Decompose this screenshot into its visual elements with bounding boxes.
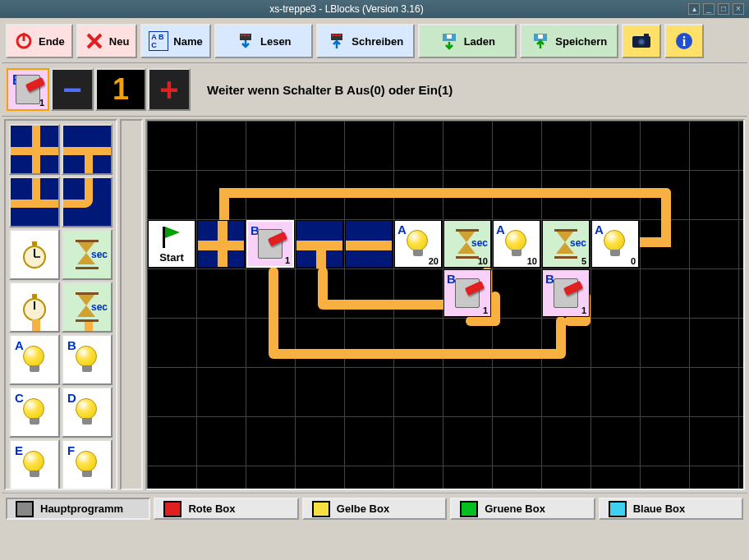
lamp-e-tile[interactable]: E <box>9 439 60 490</box>
block-palette: sec sec A B C D <box>4 119 117 490</box>
param-switch-tile[interactable]: B 1 <box>7 68 49 111</box>
schreiben-button[interactable]: Schreiben <box>316 24 415 58</box>
tab-hauptprogramm[interactable]: Hauptprogramm <box>6 498 150 520</box>
svg-rect-4 <box>244 34 246 36</box>
app-frame: Ende Neu A B C Name Lesen Schreiben Lade… <box>0 18 749 560</box>
cancel-icon <box>85 31 104 51</box>
wire-corner-tile[interactable] <box>62 177 113 227</box>
rollup-icon[interactable]: ▴ <box>688 3 700 15</box>
yellow-square-icon <box>312 501 330 517</box>
bulb-icon <box>23 398 46 426</box>
laden-button[interactable]: Laden <box>418 24 517 58</box>
save-disk-icon <box>531 31 550 51</box>
wire <box>219 188 671 198</box>
flag-icon <box>161 225 182 250</box>
lamp-b-tile[interactable]: B <box>62 334 113 385</box>
canvas-viewport: Start B 1 A <box>145 119 745 490</box>
speichern-button[interactable]: Speichern <box>520 24 618 58</box>
param-switch-corner: 1 <box>39 98 44 108</box>
svg-rect-25 <box>32 294 37 298</box>
timer-5-block[interactable]: sec 5 <box>542 220 590 268</box>
stopwatch-tile[interactable] <box>9 229 60 280</box>
bulb-icon <box>604 230 627 258</box>
start-block[interactable]: Start <box>148 220 195 268</box>
wire-tee-down-tile[interactable] <box>62 124 113 175</box>
power-icon <box>14 31 34 51</box>
lamp-a-0-block[interactable]: A 0 <box>591 220 639 268</box>
wire <box>269 267 278 357</box>
main-toolbar: Ende Neu A B C Name Lesen Schreiben Lade… <box>2 20 747 63</box>
lamp-d-tile[interactable]: D <box>62 387 113 438</box>
svg-rect-7 <box>332 34 334 36</box>
laden-label: Laden <box>464 35 495 48</box>
svg-point-16 <box>639 39 644 44</box>
bulb-icon <box>76 451 99 479</box>
camera-icon <box>632 31 651 51</box>
hourglass-sec-tile[interactable]: sec <box>62 229 113 280</box>
download-chip-icon <box>236 31 255 51</box>
name-button[interactable]: A B C Name <box>140 24 210 58</box>
load-disk-icon <box>439 31 459 51</box>
bulb-icon <box>76 346 99 374</box>
param-plus-button[interactable]: + <box>148 68 191 111</box>
program-canvas[interactable]: Start B 1 A <box>147 121 743 489</box>
work-area: sec sec A B C D <box>2 117 747 493</box>
svg-rect-17 <box>644 34 649 37</box>
close-icon[interactable]: × <box>733 3 744 15</box>
name-label: Name <box>173 35 202 48</box>
maximize-icon[interactable]: □ <box>718 3 729 15</box>
subprogram-tabs: Hauptprogramm Rote Box Gelbe Box Gruene … <box>2 493 747 524</box>
lamp-a-tile[interactable]: A <box>9 334 60 385</box>
screenshot-button[interactable] <box>622 24 661 58</box>
tab-gelbe-box[interactable]: Gelbe Box <box>302 498 447 520</box>
lamp-c-tile[interactable]: C <box>9 387 60 438</box>
start-label: Start <box>159 251 184 264</box>
tab-rote-box[interactable]: Rote Box <box>154 498 298 520</box>
svg-rect-9 <box>338 34 341 36</box>
param-minus-button[interactable]: − <box>51 68 94 111</box>
svg-text:i: i <box>682 34 687 48</box>
stopwatch-icon <box>20 239 49 270</box>
timer-10-block[interactable]: sec 10 <box>443 220 491 268</box>
switch-icon <box>455 278 480 308</box>
switch-b-block-3[interactable]: B 1 <box>542 269 590 317</box>
tab-gruene-box[interactable]: Gruene Box <box>450 498 595 520</box>
lamp-a-20-block[interactable]: A 20 <box>394 220 442 268</box>
upload-chip-icon <box>327 31 347 51</box>
stopwatch-icon <box>20 291 49 323</box>
wire-block[interactable] <box>296 220 343 268</box>
info-button[interactable]: i <box>664 24 704 58</box>
switch-icon <box>554 278 578 308</box>
switch-b-block-2[interactable]: B 1 <box>443 269 491 317</box>
sec-label: sec <box>91 249 108 260</box>
lamp-f-tile[interactable]: F <box>62 439 113 490</box>
svg-rect-8 <box>335 34 338 36</box>
wire <box>269 349 564 359</box>
wire <box>640 237 671 247</box>
bulb-icon <box>505 230 528 258</box>
bulb-icon <box>407 230 430 258</box>
neu-label: Neu <box>109 35 130 48</box>
wire-cross-tile[interactable] <box>9 124 60 175</box>
wire-tee-up-tile[interactable] <box>9 177 60 227</box>
lesen-button[interactable]: Lesen <box>214 24 313 58</box>
abc-icon: A B C <box>149 31 168 51</box>
ende-button[interactable]: Ende <box>6 24 73 58</box>
wire <box>490 291 500 326</box>
window-title: xs-treppe3 - LBlocks (Version 3.16) <box>5 3 688 15</box>
neu-button[interactable]: Neu <box>76 24 138 58</box>
svg-rect-5 <box>247 34 250 36</box>
switch-icon <box>16 75 40 104</box>
minimize-icon[interactable]: _ <box>703 3 715 15</box>
lamp-a-10-block[interactable]: A 10 <box>493 220 540 268</box>
hourglass-wire-tile[interactable]: sec <box>62 282 113 333</box>
param-description: Weiter wenn Schalter B Aus(0) oder Ein(1… <box>207 83 453 97</box>
palette-scrollbar[interactable] <box>120 119 143 490</box>
tab-blaue-box[interactable]: Blaue Box <box>599 498 743 520</box>
stopwatch-wire-tile[interactable] <box>9 282 60 333</box>
wire-block[interactable] <box>345 220 393 268</box>
bulb-icon <box>23 346 46 374</box>
switch-b-block[interactable]: B 1 <box>246 220 294 268</box>
red-square-icon <box>163 501 182 517</box>
wire-block[interactable] <box>197 220 245 268</box>
